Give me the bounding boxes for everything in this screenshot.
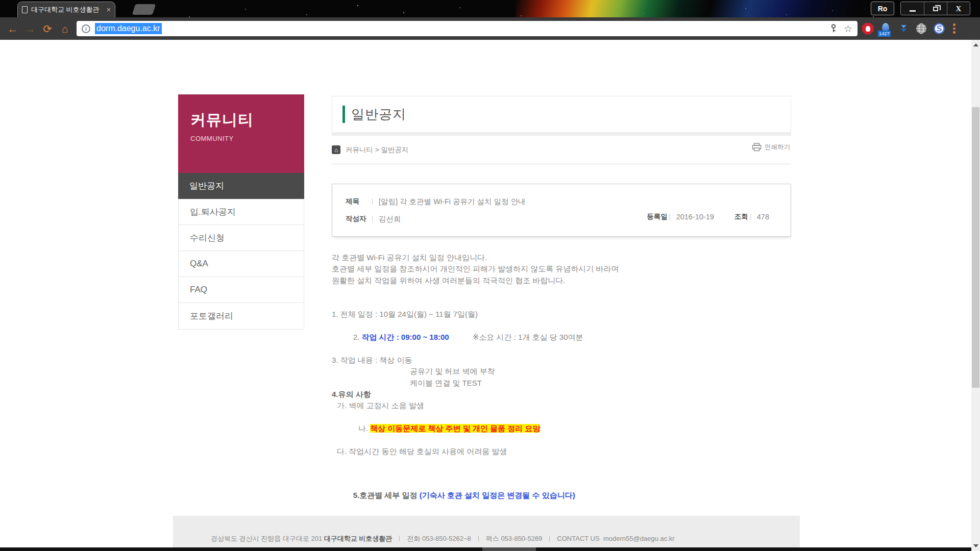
- divider: [549, 536, 550, 541]
- new-tab-button[interactable]: [132, 4, 156, 15]
- divider: [399, 536, 400, 541]
- breadcrumb-row: ⌂ 커뮤니티 > 일반공지 인쇄하기: [332, 136, 791, 164]
- print-label: 인쇄하기: [765, 143, 790, 152]
- body-line: 공유기 및 허브 벽에 부착: [332, 366, 791, 377]
- sidebar-item-movein-notice[interactable]: 입.퇴사공지: [179, 199, 304, 225]
- body-line: 원활한 설치 작업을 위하여 사생 여러분들의 적극적인 협조 바랍니다.: [332, 275, 791, 286]
- body-line: 각 호관별 Wi-Fi 공유기 설치 일정 안내입니다.: [332, 252, 791, 263]
- divider: [750, 214, 751, 220]
- back-button[interactable]: ←: [4, 21, 21, 36]
- close-icon: X: [956, 5, 962, 13]
- sidebar-item-general-notice[interactable]: 일반공지: [178, 173, 304, 199]
- download-arrow-extension-icon[interactable]: [897, 22, 910, 35]
- footer-contact-line: 경상북도 경산시 진량읍 대구대로 201 대구대학교 비호생활관전화 053-…: [211, 534, 800, 543]
- body-text: ※소요 시간 : 1개 호실 당 30여분: [473, 333, 583, 341]
- body-line: 4.유의 사항: [332, 389, 791, 400]
- page-title: 일반공지: [351, 106, 406, 123]
- sidebar-subtitle: COMMUNITY: [190, 135, 292, 142]
- minimize-icon: [910, 10, 916, 12]
- sidebar-title: 커뮤니티: [190, 110, 292, 131]
- taskbar-edge: [0, 547, 980, 551]
- body-line: 가. 벽에 고정시 소음 발생: [332, 400, 791, 411]
- body-line: 케이블 연결 및 TEST: [332, 378, 791, 389]
- notice-info-box: 제목 [알림] 각 호관별 Wi-Fi 공유기 설치 일정 안내 작성자 김선희…: [332, 184, 791, 237]
- scroll-up-icon[interactable]: [973, 43, 978, 46]
- taskbar-peek: [482, 547, 536, 551]
- browser-titlebar: 대구대학교 비호생활관 × Ro X: [0, 0, 980, 17]
- bookmark-star-icon[interactable]: ☆: [844, 23, 852, 35]
- sidebar: 커뮤니티 COMMUNITY 일반공지 입.퇴사공지 수리신청 Q&A FAQ …: [178, 94, 304, 330]
- browser-window: 대구대학교 비호생활관 × Ro X ← → ⟳ ⌂ i dorm.daegu.…: [0, 0, 980, 551]
- sidebar-menu: 일반공지 입.퇴사공지 수리신청 Q&A FAQ 포토갤러리: [178, 173, 304, 330]
- window-controls: X: [900, 2, 970, 15]
- refresh-button[interactable]: ⟳: [39, 21, 56, 36]
- sidebar-header: 커뮤니티 COMMUNITY: [178, 94, 304, 173]
- notice-body: 각 호관별 Wi-Fi 공유기 설치 일정 안내입니다. 호관별 세부 일정을 …: [332, 252, 791, 551]
- page-background: 커뮤니티 COMMUNITY 일반공지 입.퇴사공지 수리신청 Q&A FAQ …: [0, 40, 980, 551]
- scrollbar-thumb[interactable]: [972, 107, 979, 388]
- page-favicon-icon: [22, 6, 28, 13]
- download-manager-extension-icon[interactable]: 1427: [879, 22, 892, 35]
- footer-email[interactable]: modern55@daegu.ac.kr: [603, 535, 675, 542]
- body-line: 3. 작업 내용 : 책상 이동: [332, 355, 791, 366]
- scroll-down-icon[interactable]: [973, 544, 978, 547]
- tab-title: 대구대학교 비호생활관: [31, 5, 103, 14]
- download-count-badge: 1427: [878, 31, 891, 37]
- body-text: 원활한 설치 작업을 위하여 사생 여러분들의 적극적인 협조 바랍니다.: [332, 276, 566, 285]
- footer-fax: 팩스 053-850-5269: [486, 535, 543, 542]
- address-bar[interactable]: i dorm.daegu.ac.kr ☆: [77, 21, 857, 36]
- divider: [372, 198, 373, 205]
- divider: [478, 536, 479, 541]
- forward-button[interactable]: →: [21, 21, 39, 36]
- key-icon[interactable]: [829, 24, 838, 33]
- sidebar-item-repair-request[interactable]: 수리신청: [179, 225, 304, 251]
- page-header: 일반공지: [332, 96, 791, 136]
- footer-address: 경상북도 경산시 진량읍 대구대로 201: [211, 535, 324, 542]
- body-line: 다. 작업시간 동안 해당 호실의 사용에 어려움 발생: [332, 446, 791, 457]
- notice-author: 김선희: [379, 214, 401, 224]
- print-button[interactable]: 인쇄하기: [752, 143, 790, 152]
- minimize-button[interactable]: [901, 2, 924, 15]
- close-button[interactable]: X: [947, 2, 970, 15]
- adblock-extension-icon[interactable]: [862, 22, 874, 35]
- footer-site-name: 대구대학교 비호생활관: [324, 535, 393, 542]
- section-heading: 4.유의 사항: [332, 390, 371, 398]
- footer-tel: 전화 053-850-5262~8: [407, 535, 471, 542]
- body-text: 1. 전체 일정 : 10월 24일(월) ~ 11월 7일(월): [332, 310, 478, 318]
- globe-extension-icon[interactable]: [915, 22, 927, 35]
- subject-label: 제목: [346, 197, 370, 206]
- site-footer: 경상북도 경산시 진량읍 대구대로 201 대구대학교 비호생활관전화 053-…: [173, 516, 800, 551]
- divider: [372, 216, 373, 222]
- home-icon[interactable]: ⌂: [332, 145, 340, 154]
- restore-icon: [933, 7, 938, 11]
- sidebar-item-faq[interactable]: FAQ: [179, 277, 304, 303]
- body-text: 가. 벽에 고정시 소음 발생: [337, 401, 424, 410]
- body-text: 호관별 세부 일정을 참조하시어 개인적인 피해가 발생하지 않도록 유념하시기…: [332, 264, 619, 273]
- profile-button[interactable]: Ro: [871, 2, 894, 15]
- sidebar-item-photo-gallery[interactable]: 포토갤러리: [179, 303, 304, 329]
- notice-author-row: 작성자 김선희 등록일 2016-10-19 조회 478: [346, 212, 777, 226]
- chrome-menu-icon[interactable]: [953, 23, 955, 34]
- body-text: 나.: [358, 424, 370, 433]
- url-text[interactable]: dorm.daegu.ac.kr: [95, 23, 162, 34]
- browser-toolbar: ← → ⟳ ⌂ i dorm.daegu.ac.kr ☆ 1427: [0, 17, 980, 40]
- footer-contact-label: CONTACT US: [557, 535, 599, 542]
- body-text: 케이블 연결 및 TEST: [410, 379, 482, 387]
- home-button[interactable]: ⌂: [56, 21, 74, 36]
- body-line: 나. 책상 이동문제로 책상 주변 및 개인 물품 정리 요망: [332, 412, 791, 446]
- notice-subject-row: 제목 [알림] 각 호관별 Wi-Fi 공유기 설치 일정 안내: [346, 195, 777, 208]
- body-line: 1. 전체 일정 : 10월 24일(월) ~ 11월 7일(월): [332, 309, 791, 320]
- divider: [670, 214, 670, 220]
- notice-date: 2016-10-19: [676, 213, 714, 221]
- wave-extension-icon[interactable]: [933, 22, 945, 35]
- views-label: 조회: [734, 212, 748, 221]
- browser-tab[interactable]: 대구대학교 비호생활관 ×: [17, 2, 115, 17]
- body-line: 호관별 세부 일정을 참조하시어 개인적인 피해가 발생하지 않도록 유념하시기…: [332, 263, 791, 274]
- scrollbar[interactable]: [971, 40, 980, 551]
- restore-button[interactable]: [924, 2, 947, 15]
- rainbow-wallpaper: [516, 0, 903, 17]
- sidebar-item-qna[interactable]: Q&A: [179, 251, 304, 277]
- breadcrumb: 커뮤니티 > 일반공지: [346, 145, 408, 155]
- tab-close-icon[interactable]: ×: [107, 6, 111, 13]
- page-info-icon[interactable]: i: [82, 24, 90, 33]
